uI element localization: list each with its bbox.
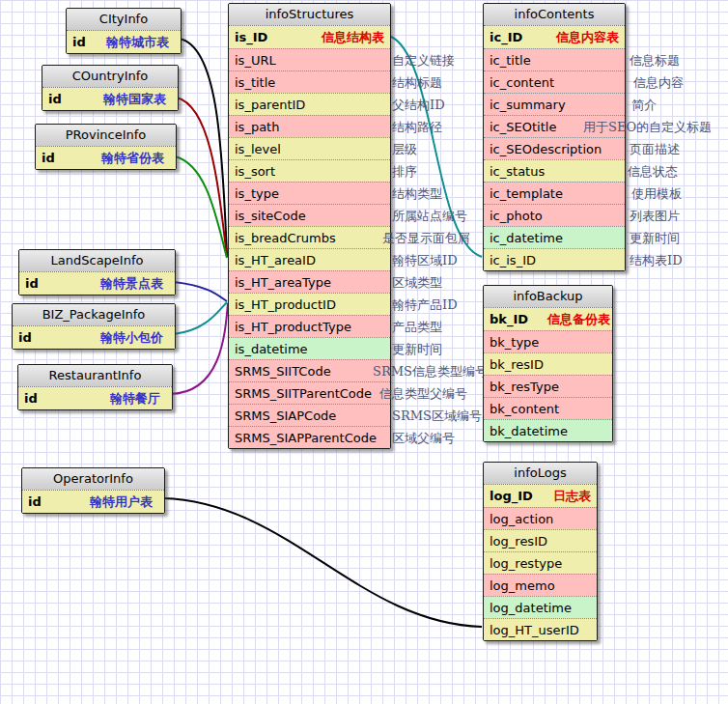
table-title[interactable]: infoContents [484,4,625,26]
field-name: log_memo [490,578,555,593]
table-row[interactable]: log_action [484,507,597,529]
field-name: ic_SEOtitle [490,120,556,134]
field-note: 产品类型 [392,316,442,338]
field-note: 用于SEO的自定义标题 [583,116,712,138]
field-name: is_type [235,186,279,201]
field-note: 自定义链接 [392,49,455,71]
field-name: is_ID [235,30,267,44]
table-row[interactable]: log_resID [484,529,597,551]
table-provinceinfo[interactable]: PRovinceInfo id 翰特省份表 [35,124,177,170]
table-restaurantinfo[interactable]: RestaurantInfo id 翰特餐厅 [17,364,173,410]
table-operatorinfo[interactable]: OperatorInfo id 翰特用户表 [21,467,165,514]
table-row[interactable]: is_datetime 更新时间 [229,337,390,359]
table-row[interactable]: bk_resID [484,352,612,375]
table-row[interactable]: SRMS_SIAPCode SRMS区域编号 [229,404,390,426]
table-row[interactable]: is_title 结构标题 [229,70,390,93]
table-infostructures[interactable]: infoStructures is_ID 信息结构表 is_URL 自定义链接 … [228,3,391,449]
table-row[interactable]: is_type 结构类型 [229,182,390,204]
table-countryinfo[interactable]: COuntryInfo id 翰特国家表 [42,65,179,111]
table-row[interactable]: is_HT_areaID 翰特区域ID [229,248,390,270]
relationship-operatorinfo-infologs[interactable] [163,498,482,627]
table-row[interactable]: is_URL 自定义链接 [229,48,390,70]
table-row[interactable]: id 翰特省份表 [36,147,176,169]
relationship-bizpackageinfo-infostructures[interactable] [174,302,227,334]
table-row[interactable]: is_path 结构路径 [229,115,390,137]
table-row[interactable]: is_siteCode 所属站点编号 [229,204,390,226]
table-title[interactable]: infoStructures [229,4,390,26]
table-row[interactable]: id 翰特用户表 [22,491,164,513]
table-row[interactable]: is_HT_productID 翰特产品ID [229,293,390,315]
field-note: 结构标题 [392,71,442,94]
table-row[interactable]: ic_content 信息内容 [484,70,625,93]
table-title[interactable]: LandScapeInfo [19,250,175,272]
relationship-countryinfo-infostructures[interactable] [177,98,227,257]
table-infocontents[interactable]: infoContents ic_ID 信息内容表 ic_title 信息标题 i… [483,3,626,271]
table-row[interactable]: bk_ID 信息备份表 [484,308,612,330]
table-row[interactable]: id 翰特餐厅 [18,387,172,409]
table-bizpackageinfo[interactable]: BIZ_PackageInfo id 翰特小包价 [12,303,176,350]
table-row[interactable]: bk_datetime [484,419,612,441]
table-row[interactable]: log_HT_userID [484,618,597,640]
field-note: SRMS区域编号 [392,405,482,427]
field-note: 结构类型 [392,183,442,205]
table-row[interactable]: ic_summary 简介 [484,93,625,115]
table-row[interactable]: ic_template 使用模板 [484,182,625,204]
table-row[interactable]: is_breadCrumbs 是否显示面包屑 [229,226,390,248]
field-note: SRMS信息类型编号 [373,360,488,382]
relationship-landscapeinfo-infostructures[interactable] [174,282,227,301]
table-row[interactable]: log_ID 日志表 [484,485,597,507]
table-row[interactable]: log_restype [484,551,597,574]
table-row[interactable]: SRMS_SIITParentCode 信息类型父编号 [229,381,390,404]
table-row[interactable]: ic_SEOtitle 用于SEO的自定义标题 [484,115,625,137]
table-title[interactable]: COuntryInfo [42,66,178,88]
table-cityinfo[interactable]: CItyInfo id 翰特城市表 [66,8,182,54]
table-row[interactable]: ic_SEOdescription 页面描述 [484,137,625,159]
table-title[interactable]: CItyInfo [67,9,181,31]
table-row[interactable]: is_HT_areaType 区域类型 [229,270,390,293]
table-row[interactable]: SRMS_SIITCode SRMS信息类型编号 [229,359,390,381]
table-row[interactable]: is_level 层级 [229,137,390,159]
table-title[interactable]: BIZ_PackageInfo [13,304,175,326]
table-row[interactable]: is_sort 排序 [229,159,390,182]
table-infologs[interactable]: infoLogs log_ID 日志表 log_action log_resID… [483,462,598,641]
field-note: 区域父编号 [392,427,455,449]
relationship-provinceinfo-infostructures[interactable] [175,156,227,258]
table-row[interactable]: log_memo [484,574,597,596]
relationship-restaurantinfo-infostructures[interactable] [171,303,228,394]
field-name: is_URL [235,53,276,68]
table-row[interactable]: log_datetime [484,596,597,618]
field-name: ic_ID [490,30,522,44]
table-row[interactable]: id 翰特小包价 [13,326,175,349]
table-row[interactable]: bk_resType [484,375,612,397]
table-row[interactable]: is_ID 信息结构表 [229,26,390,48]
table-label: 翰特省份表 [101,147,164,169]
field-name: bk_resType [490,380,559,394]
table-row[interactable]: bk_content [484,397,612,419]
field-name: is_sort [235,164,275,179]
table-row[interactable]: ic_datetime 更新时间 [484,226,625,248]
field-name: log_resID [490,534,547,549]
table-row[interactable]: id 翰特景点表 [19,272,175,295]
table-row[interactable]: ic_photo 列表图片 [484,204,625,226]
table-row[interactable]: ic_title 信息标题 [484,48,625,70]
table-row[interactable]: ic_status 信息状态 [484,159,625,182]
field-name: is_HT_productType [235,320,351,334]
table-row[interactable]: is_HT_productType 产品类型 [229,315,390,337]
table-title[interactable]: RestaurantInfo [18,365,172,387]
table-row[interactable]: is_parentID 父结构ID [229,93,390,115]
table-row[interactable]: SRMS_SIAPParentCode 区域父编号 [229,426,390,448]
table-row[interactable]: ic_ID 信息内容表 [484,26,625,48]
table-landscapeinfo[interactable]: LandScapeInfo id 翰特景点表 [18,249,176,296]
table-title[interactable]: PRovinceInfo [36,125,176,147]
field-name: id [24,391,38,406]
table-title[interactable]: infoBackup [484,286,612,308]
table-title[interactable]: infoLogs [484,463,597,485]
field-name: bk_datetime [490,424,568,438]
table-infobackup[interactable]: infoBackup bk_ID 信息备份表 bk_type bk_resID … [483,285,613,442]
table-title[interactable]: OperatorInfo [22,468,164,491]
table-row[interactable]: bk_type [484,330,612,352]
relationship-cityinfo-infostructures[interactable] [180,39,227,256]
table-row[interactable]: ic_is_ID 结构表ID [484,248,625,270]
table-row[interactable]: id 翰特国家表 [42,88,178,110]
table-row[interactable]: id 翰特城市表 [67,31,181,53]
